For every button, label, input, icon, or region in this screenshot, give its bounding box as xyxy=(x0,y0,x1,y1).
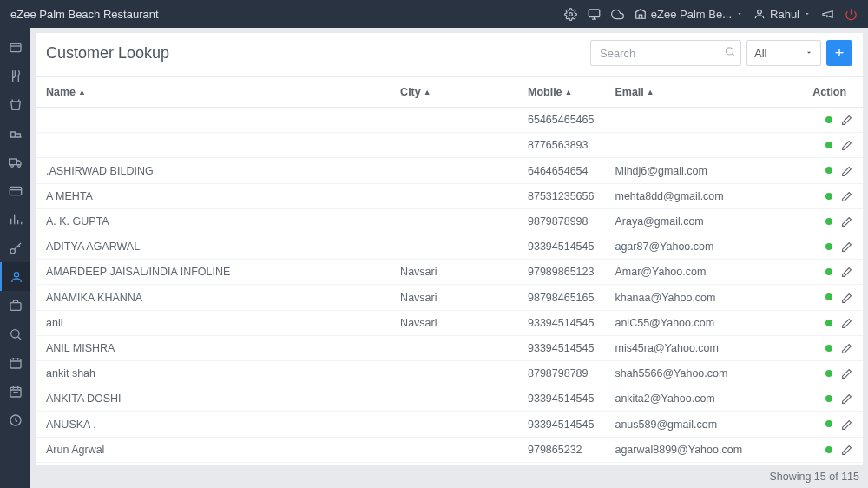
edit-icon[interactable] xyxy=(841,318,852,329)
cell-action xyxy=(802,285,863,310)
edit-icon[interactable] xyxy=(841,191,852,202)
cell-name: ANKITA DOSHI xyxy=(36,386,390,412)
status-dot[interactable] xyxy=(825,142,832,148)
sidebar-item-search[interactable] xyxy=(0,320,30,348)
svg-rect-8 xyxy=(10,187,21,195)
edit-icon[interactable] xyxy=(841,115,852,126)
table-row: 8776563893 xyxy=(36,133,863,158)
cell-name xyxy=(36,108,390,133)
column-name[interactable]: Name▲ xyxy=(36,77,390,108)
sidebar-item-briefcase[interactable] xyxy=(0,291,30,320)
status-dot[interactable] xyxy=(825,268,832,275)
cloud-icon[interactable] xyxy=(611,8,624,21)
cell-mobile: 6464654654 xyxy=(517,158,604,183)
sidebar-item-orders[interactable] xyxy=(0,90,30,119)
sidebar-item-delivery[interactable] xyxy=(0,148,30,176)
cell-name: A MEHTA xyxy=(36,183,390,208)
sidebar-item-customers[interactable] xyxy=(0,262,30,291)
edit-icon[interactable] xyxy=(841,445,852,456)
svg-point-0 xyxy=(569,12,572,16)
status-dot[interactable] xyxy=(825,370,832,377)
sidebar-item-calendar[interactable] xyxy=(0,348,30,377)
svg-point-16 xyxy=(726,48,733,55)
power-icon[interactable] xyxy=(845,8,858,21)
edit-icon[interactable] xyxy=(841,216,852,228)
cell-mobile: 93394514545 xyxy=(517,234,604,260)
status-dot[interactable] xyxy=(825,395,832,402)
filter-select[interactable]: All xyxy=(746,40,821,66)
svg-point-6 xyxy=(10,164,13,167)
edit-icon[interactable] xyxy=(841,368,852,379)
edit-icon[interactable] xyxy=(841,140,852,151)
cell-city xyxy=(390,208,517,234)
edit-icon[interactable] xyxy=(841,393,852,405)
cell-name: ankit shah xyxy=(36,361,390,386)
status-dot[interactable] xyxy=(825,193,832,200)
edit-icon[interactable] xyxy=(841,343,852,354)
property-label: eZee Palm Be... xyxy=(651,8,732,21)
status-dot[interactable] xyxy=(825,446,832,453)
user-menu[interactable]: Rahul xyxy=(753,8,811,21)
cell-action xyxy=(802,386,863,412)
sidebar-item-dining[interactable] xyxy=(0,62,30,90)
page-header: Customer Lookup All + xyxy=(36,33,863,77)
svg-rect-4 xyxy=(10,43,21,51)
cell-action xyxy=(802,361,863,386)
cell-city: Navsari xyxy=(390,310,517,335)
cell-name: Arun Agrwal xyxy=(36,437,390,462)
column-city[interactable]: City▲ xyxy=(390,77,517,108)
sort-up-icon: ▲ xyxy=(424,88,431,96)
cell-city xyxy=(390,158,517,183)
property-selector[interactable]: eZee Palm Be... xyxy=(635,8,743,21)
device-icon[interactable] xyxy=(588,8,601,21)
svg-rect-5 xyxy=(9,159,16,165)
cell-action xyxy=(802,158,863,183)
status-dot[interactable] xyxy=(825,420,832,427)
table-row: A MEHTA87531235656mehta8dd@gmail.com xyxy=(36,183,863,208)
main-content: Customer Lookup All + xyxy=(30,28,868,488)
status-dot[interactable] xyxy=(825,218,832,225)
cell-action xyxy=(802,437,863,462)
svg-point-12 xyxy=(10,329,18,337)
page-title: Customer Lookup xyxy=(46,44,169,63)
table-row: .ASHIRWAD BILDING6464654654Mihdj6@gmail.… xyxy=(36,158,863,183)
cell-name: ANIL MISHRA xyxy=(36,335,390,360)
status-dot[interactable] xyxy=(825,320,832,326)
edit-icon[interactable] xyxy=(841,241,852,253)
table-row: ADITYA AGARWAL93394514545agar87@Yahoo.co… xyxy=(36,234,863,260)
sidebar-item-card[interactable] xyxy=(0,176,30,205)
pagination-summary: Showing 15 of 115 xyxy=(30,465,868,488)
sidebar-item-key[interactable] xyxy=(0,234,30,262)
search-input[interactable] xyxy=(590,40,741,66)
cell-email: ankita2@Yahoo.com xyxy=(604,386,802,412)
cell-email: mis45ra@Yahoo.com xyxy=(604,335,802,360)
edit-icon[interactable] xyxy=(841,419,852,431)
cell-action xyxy=(802,310,863,335)
status-dot[interactable] xyxy=(825,167,832,174)
sidebar-item-calendar2[interactable] xyxy=(0,377,30,406)
edit-icon[interactable] xyxy=(841,293,852,304)
sidebar-item-frontdesk[interactable] xyxy=(0,33,30,62)
cell-email xyxy=(604,108,802,133)
status-dot[interactable] xyxy=(825,293,832,300)
sidebar-item-rooms[interactable] xyxy=(0,119,30,148)
cell-name: ANAMIKA KHANNA xyxy=(36,285,390,310)
table-row: ANKITA DOSHI93394514545ankita2@Yahoo.com xyxy=(36,386,863,412)
settings-icon[interactable] xyxy=(564,8,577,21)
cell-city xyxy=(390,108,517,133)
announce-icon[interactable] xyxy=(821,8,834,21)
sidebar-item-reports[interactable] xyxy=(0,205,30,234)
status-dot[interactable] xyxy=(825,345,832,352)
column-mobile[interactable]: Mobile▲ xyxy=(517,77,604,108)
cell-action xyxy=(802,260,863,285)
status-dot[interactable] xyxy=(825,243,832,250)
sidebar-item-history[interactable] xyxy=(0,406,30,434)
edit-icon[interactable] xyxy=(841,267,852,278)
edit-icon[interactable] xyxy=(841,166,852,177)
cell-mobile: 93394514545 xyxy=(517,335,604,360)
cell-mobile: 65465465465 xyxy=(517,108,604,133)
cell-city xyxy=(390,234,517,260)
status-dot[interactable] xyxy=(825,116,832,123)
add-button[interactable]: + xyxy=(826,40,852,66)
column-email[interactable]: Email▲ xyxy=(604,77,802,108)
